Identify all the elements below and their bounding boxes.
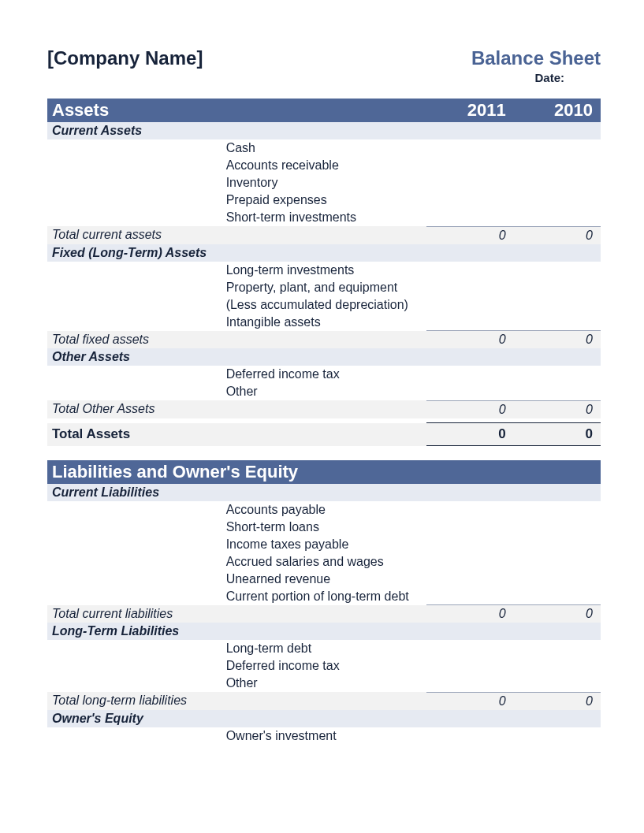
company-name: [Company Name] <box>47 47 203 69</box>
sub-header-current-assets: Current Assets <box>47 122 601 139</box>
line-item: Current portion of long-term debt <box>221 588 427 605</box>
subtotal-value: 0 <box>426 605 513 623</box>
subtotal-label: Total current assets <box>47 226 426 244</box>
sub-header-other-assets: Other Assets <box>47 348 601 366</box>
subtotal-value: 0 <box>514 692 601 710</box>
line-item: Cash <box>221 139 427 157</box>
subtotal-row: Total long-term liabilities 0 0 <box>47 692 601 710</box>
line-item: Owner's investment <box>221 727 427 745</box>
subtotal-row: Total Other Assets 0 0 <box>47 400 601 418</box>
sub-header-fixed-assets: Fixed (Long-Term) Assets <box>47 244 601 262</box>
subtotal-label: Total Other Assets <box>47 400 426 418</box>
subtotal-value: 0 <box>426 331 513 349</box>
line-item: Long-term investments <box>221 262 427 279</box>
grand-total-value: 0 <box>514 423 601 446</box>
line-item: Inventory <box>221 174 427 192</box>
line-item: Deferred income tax <box>221 657 427 675</box>
subtotal-value: 0 <box>514 226 601 244</box>
subtotal-value: 0 <box>426 226 513 244</box>
line-item: Deferred income tax <box>221 366 427 383</box>
subtotal-value: 0 <box>514 605 601 623</box>
date-label: Date: <box>471 71 601 84</box>
line-item: Unearned revenue <box>221 571 427 588</box>
line-item: Intangible assets <box>221 314 427 331</box>
line-item: Prepaid expenses <box>221 192 427 209</box>
line-item: Accounts payable <box>221 501 427 519</box>
grand-total-label: Total Assets <box>47 423 426 446</box>
year-col-1: 2011 <box>426 99 513 122</box>
line-item: Accrued salaries and wages <box>221 553 427 571</box>
line-item: Other <box>221 383 427 400</box>
line-item: Long-term debt <box>221 640 427 657</box>
subtotal-label: Total long-term liabilities <box>47 692 426 710</box>
section-header-assets: Assets 2011 2010 <box>47 99 601 122</box>
page-title: Balance Sheet <box>471 47 601 69</box>
subtotal-value: 0 <box>514 331 601 349</box>
line-item: Property, plant, and equipment <box>221 279 427 296</box>
section-title: Liabilities and Owner's Equity <box>47 460 601 484</box>
section-header-liabilities: Liabilities and Owner's Equity <box>47 460 601 484</box>
balance-sheet-table: Assets 2011 2010 Current Assets Cash Acc… <box>47 99 601 745</box>
subtotal-value: 0 <box>426 692 513 710</box>
subtotal-row: Total fixed assets 0 0 <box>47 331 601 349</box>
line-item: Accounts receivable <box>221 157 427 174</box>
line-item: Short-term loans <box>221 519 427 536</box>
subtotal-row: Total current assets 0 0 <box>47 226 601 244</box>
subtotal-value: 0 <box>426 400 513 418</box>
line-item: (Less accumulated depreciation) <box>221 296 427 314</box>
grand-total-row: Total Assets 0 0 <box>47 423 601 446</box>
line-item: Short-term investments <box>221 209 427 226</box>
subtotal-row: Total current liabilities 0 0 <box>47 605 601 623</box>
subtotal-label: Total current liabilities <box>47 605 426 623</box>
sub-header-owners-equity: Owner's Equity <box>47 710 601 727</box>
line-item: Income taxes payable <box>221 536 427 553</box>
grand-total-value: 0 <box>426 423 513 446</box>
subtotal-label: Total fixed assets <box>47 331 426 349</box>
line-item: Other <box>221 675 427 692</box>
section-title: Assets <box>47 99 426 122</box>
year-col-2: 2010 <box>514 99 601 122</box>
sub-header-longterm-liabilities: Long-Term Liabilities <box>47 623 601 640</box>
sub-header-current-liabilities: Current Liabilities <box>47 484 601 501</box>
subtotal-value: 0 <box>514 400 601 418</box>
